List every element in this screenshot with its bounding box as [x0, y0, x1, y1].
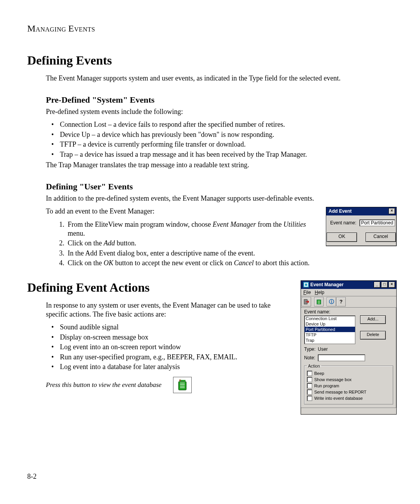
- help-icon: ?: [340, 299, 343, 304]
- actions-intro: In response to any system or user events…: [46, 301, 294, 319]
- actions-list: Sound audible signal Display on-screen m…: [46, 323, 294, 371]
- dialog-title: Add Event: [329, 208, 352, 215]
- checkbox-icon: [307, 377, 312, 382]
- user-events-intro: In addition to the pre-defined system ev…: [46, 194, 397, 203]
- event-name-input[interactable]: [359, 219, 395, 226]
- listbox-item[interactable]: TFTP: [304, 332, 355, 338]
- list-item: Device Up – a device which has previousl…: [46, 130, 397, 139]
- add-event-dialog: Add Event × Event name: OK Cancel: [326, 207, 397, 246]
- page-number: 8-2: [27, 472, 37, 481]
- chapter-header: MANAGING EVENTS: [27, 23, 397, 34]
- info-icon: ⓘ: [329, 298, 334, 305]
- listbox-item[interactable]: Connection Lost: [304, 316, 355, 321]
- event-name-label: Event name:: [304, 309, 393, 315]
- statusbar: [301, 408, 396, 414]
- dialog-titlebar[interactable]: Add Event ×: [326, 207, 396, 215]
- listbox-item[interactable]: Trap: [304, 338, 355, 343]
- menu-help[interactable]: Help: [315, 290, 324, 295]
- list-item: Trap – a device has issued a trap messag…: [46, 150, 397, 159]
- checkbox-icon: [307, 396, 312, 401]
- type-value: User: [318, 346, 327, 352]
- event-manager-window: Event Manager _ □ × File Help: [301, 280, 397, 415]
- menu-file[interactable]: File: [303, 290, 311, 295]
- delete-button[interactable]: Delete: [360, 331, 386, 340]
- checkbox-send-report[interactable]: Send message to REPORT: [307, 389, 390, 395]
- list-item: Log event into an on-screen report windo…: [46, 343, 294, 352]
- svg-rect-1: [179, 380, 181, 381]
- checkbox-icon: [307, 371, 312, 376]
- subheading-user-events: Defining "User" Events: [46, 181, 397, 192]
- subheading-system-events: Pre-Defined "System" Events: [46, 94, 397, 106]
- list-item: Connection Lost – a device fails to resp…: [46, 120, 397, 129]
- checkbox-write-db[interactable]: Write into event database: [307, 396, 390, 401]
- list-item: Click on the OK button to accept the new…: [66, 259, 319, 268]
- window-titlebar[interactable]: Event Manager _ □ ×: [301, 281, 396, 289]
- close-icon[interactable]: ×: [388, 282, 395, 288]
- system-events-intro: Pre-defined system events include the fo…: [46, 107, 397, 116]
- checkbox-show-message[interactable]: Show message box: [307, 377, 390, 382]
- database-hint: Press this button to view the event data…: [46, 381, 161, 389]
- list-item: Click on the Add button.: [66, 239, 319, 248]
- list-item: Log event into a database for later anal…: [46, 362, 294, 371]
- checkbox-icon: [307, 389, 312, 395]
- list-item: Sound audible signal: [46, 323, 294, 332]
- svg-rect-0: [180, 380, 186, 381]
- system-events-list: Connection Lost – a device fails to resp…: [46, 120, 397, 159]
- type-label: Type:: [304, 346, 315, 352]
- svg-rect-9: [305, 284, 307, 286]
- section-title-event-actions: Defining Event Actions: [27, 280, 294, 295]
- action-group: Action Beep Show message box Run program…: [304, 364, 393, 404]
- list-item: From the EliteView main program window, …: [66, 220, 319, 238]
- ok-button[interactable]: OK: [327, 233, 357, 242]
- app-icon: [303, 282, 309, 287]
- database-icon: [177, 379, 188, 391]
- toolbar-exit-button[interactable]: [302, 297, 311, 306]
- cancel-button[interactable]: Cancel: [366, 233, 396, 242]
- window-title: Event Manager: [310, 282, 343, 287]
- checkbox-run-program[interactable]: Run program: [307, 383, 390, 388]
- event-name-label: Event name:: [330, 220, 356, 226]
- list-item: TFTP – a device is currently performing …: [46, 140, 397, 149]
- list-item: Display on-screen message box: [46, 333, 294, 342]
- listbox-item-selected[interactable]: Port Partitioned: [304, 327, 355, 332]
- add-button[interactable]: Add...: [360, 315, 386, 324]
- steps-list: From the EliteView main program window, …: [46, 220, 319, 268]
- exit-icon: [304, 299, 309, 304]
- list-item: Run any user-specified program, e.g., BE…: [46, 353, 294, 362]
- toolbar: ⓘ ?: [301, 296, 396, 308]
- checkbox-beep[interactable]: Beep: [307, 371, 390, 376]
- database-icon: [316, 299, 322, 304]
- action-legend: Action: [307, 364, 321, 368]
- minimize-icon[interactable]: _: [374, 282, 380, 288]
- note-label: Note:: [304, 355, 315, 360]
- database-button[interactable]: [173, 377, 192, 393]
- menubar: File Help: [301, 289, 396, 296]
- event-listbox[interactable]: Connection Lost Device Up Port Partition…: [304, 315, 355, 344]
- close-icon[interactable]: ×: [388, 208, 395, 214]
- intro-paragraph: The Event Manager supports system and us…: [46, 74, 397, 83]
- toolbar-database-button[interactable]: [314, 297, 324, 306]
- section-title-defining-events: Defining Events: [27, 53, 397, 68]
- toolbar-about-button[interactable]: ⓘ: [327, 297, 336, 306]
- note-input[interactable]: [318, 354, 365, 361]
- listbox-item[interactable]: Device Up: [304, 321, 355, 327]
- list-item: In the Add Event dialog box, enter a des…: [66, 249, 319, 258]
- system-events-outro: The Trap Manager translates the trap mes…: [46, 161, 397, 170]
- checkbox-icon: [307, 383, 312, 388]
- maximize-icon[interactable]: □: [381, 282, 388, 288]
- user-events-lead: To add an event to the Event Manager:: [46, 207, 319, 216]
- toolbar-help-button[interactable]: ?: [336, 297, 346, 306]
